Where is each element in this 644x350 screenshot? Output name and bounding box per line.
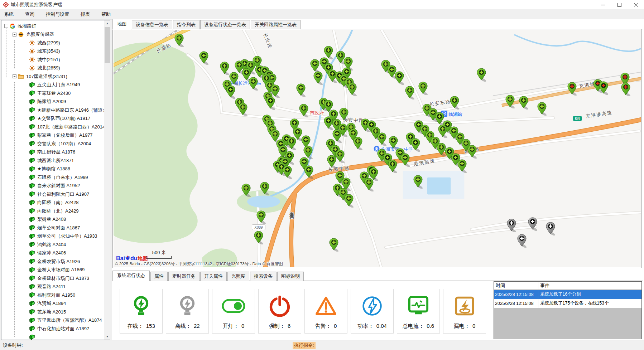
tree-item-1-13[interactable]: 社会福利院大门口 A1907 [28, 190, 104, 199]
tree-item-1-4[interactable]: ★交警队西(107南) A1917 [28, 115, 104, 123]
event-row-1[interactable]: 2025/3/28 12:15:08系统加载了175个设备，在线153个 [494, 299, 641, 308]
tree-group-1[interactable]: 107国道沿线(31/31) [13, 72, 104, 81]
device-marker-green[interactable] [364, 178, 374, 191]
maximize-button[interactable] [611, 0, 628, 9]
device-marker-green[interactable] [254, 231, 264, 244]
tree-item-1-30[interactable] [28, 333, 104, 340]
tree-item-1-22[interactable]: 金桥大市场对面 A1869 [28, 266, 104, 274]
device-marker-green[interactable] [353, 137, 363, 150]
map-tab-3[interactable]: 设备运行状态一览表 [200, 20, 250, 29]
tree-item-1-15[interactable]: 向阳桥（北）A2429 [28, 207, 104, 215]
device-marker-green[interactable] [519, 96, 529, 110]
menu-item-2[interactable]: 控制与设置 [42, 10, 73, 19]
tree-item-1-27[interactable]: 芭茅塘 A2015 [28, 308, 104, 316]
bottom-tab-2[interactable]: 定时器任务 [168, 272, 200, 281]
tree-item-1-21[interactable]: 金桥农贸市场 A1926 [28, 257, 104, 266]
device-marker-green[interactable] [282, 165, 292, 179]
tree-item-1-8[interactable]: 南正街转盘 A1876 [28, 148, 104, 157]
device-marker-gray[interactable] [528, 217, 538, 231]
tree-item-1-9[interactable]: 城西派出所A1871 [28, 156, 104, 165]
tree-item-1-12[interactable]: 自来水斜对面 A1952 [28, 182, 104, 190]
device-marker-green[interactable] [457, 159, 467, 173]
device-marker-green[interactable] [260, 182, 270, 195]
tree-item-1-18[interactable]: 烟草公司（求知中学）A1933 [28, 232, 104, 241]
device-marker-green[interactable] [476, 68, 486, 82]
tree-item-1-16[interactable]: 梨树巷 A2408 [28, 215, 104, 224]
bottom-tab-3[interactable]: 开关属性 [200, 272, 227, 281]
device-marker-green[interactable] [256, 210, 266, 224]
device-marker-gray[interactable] [546, 222, 556, 235]
map-tab-0[interactable]: 地图 [112, 19, 131, 30]
tree-item-0-3[interactable]: 城北(2859) [28, 64, 104, 73]
device-marker-green[interactable] [238, 103, 248, 116]
device-marker-green[interactable] [388, 160, 398, 173]
device-marker-green[interactable] [220, 62, 230, 75]
device-marker-green[interactable] [299, 104, 309, 117]
device-marker-green[interactable] [537, 102, 547, 116]
device-marker-gray[interactable] [506, 219, 516, 232]
device-marker-green[interactable] [304, 165, 314, 179]
device-marker-green[interactable] [265, 96, 275, 110]
device-marker-green[interactable] [347, 83, 357, 96]
column-time[interactable]: 时间 [494, 282, 538, 290]
tree-item-1-17[interactable]: 烟草公司对面 A1867 [28, 224, 104, 232]
bottom-tab-5[interactable]: 搜索设备 [250, 272, 277, 281]
device-marker-green[interactable] [505, 95, 515, 108]
menu-item-0[interactable]: 系统 [0, 10, 18, 19]
map-tab-2[interactable]: 指令列表 [173, 20, 200, 29]
device-marker-green[interactable] [248, 77, 258, 91]
scrollbar-thumb[interactable] [105, 27, 110, 63]
tree-item-1-28[interactable]: 五里派出所（富源汽配）A1874 [28, 316, 104, 325]
tree-item-1-7[interactable]: 交警队东（107南）A2004 [28, 140, 104, 148]
device-marker-green[interactable] [467, 145, 477, 159]
device-marker-green[interactable] [199, 51, 209, 65]
tree-item-1-6[interactable]: 彭家巷（党校后面）A1977 [28, 131, 104, 140]
device-marker-red[interactable] [599, 81, 609, 95]
bottom-tab-1[interactable]: 属性 [150, 272, 168, 281]
sidebar-scrollbar[interactable]: ▲ ▼ [104, 20, 110, 340]
tree-item-1-29[interactable]: 中石化加油站对面 A1897 [28, 325, 104, 333]
bottom-tab-6[interactable]: 图标说明 [277, 272, 304, 281]
tree-item-1-23[interactable]: 金桥建材市场门口 A1873 [28, 274, 104, 283]
minimize-button[interactable] [595, 0, 611, 9]
tree-expand-icon[interactable] [4, 24, 8, 28]
bottom-tab-0[interactable]: 系统运行状态 [112, 271, 150, 281]
bottom-tab-4[interactable]: 光照度 [227, 272, 249, 281]
scrollbar-down-icon[interactable]: ▼ [104, 334, 110, 340]
device-marker-green[interactable] [241, 184, 251, 197]
tree-item-1-1[interactable]: 王家珑巷 A2430 [28, 89, 104, 98]
tree-item-1-2[interactable]: 陈家组 A2009 [28, 98, 104, 106]
device-marker-green[interactable] [388, 136, 398, 150]
device-marker-green[interactable] [226, 85, 236, 99]
device-marker-green[interactable] [400, 153, 410, 167]
scrollbar-up-icon[interactable]: ▲ [104, 20, 110, 26]
tree-expand-icon[interactable] [13, 33, 16, 37]
device-marker-green[interactable] [394, 71, 404, 85]
device-marker-green[interactable] [287, 137, 297, 150]
menu-item-3[interactable]: 报表 [76, 10, 94, 19]
tree-item-1-11[interactable]: 石咀桥（自来水）A1999 [28, 173, 104, 182]
device-marker-green[interactable] [329, 238, 339, 252]
device-marker-green[interactable] [313, 71, 323, 85]
device-marker-gray[interactable] [517, 234, 527, 248]
device-marker-green[interactable] [438, 125, 448, 138]
map-tab-4[interactable]: 开关回路属性一览表 [251, 20, 301, 29]
tree-group-0[interactable]: 光照度传感器 [13, 30, 104, 39]
device-marker-green[interactable] [410, 138, 420, 152]
tree-root[interactable]: 临湘路灯 [4, 22, 104, 30]
tree-item-1-20[interactable]: 谭家冲 A2406 [28, 249, 104, 258]
close-button[interactable] [628, 0, 644, 9]
tree-item-1-19[interactable]: 鸿鹤路 A2404 [28, 240, 104, 249]
device-marker-green[interactable] [413, 175, 423, 189]
device-marker-green[interactable] [174, 34, 184, 47]
device-marker-green[interactable] [310, 59, 320, 73]
tree-item-1-5[interactable]: 107北（建新中路路口西）A2014 [28, 123, 104, 131]
device-marker-green[interactable] [377, 132, 387, 146]
tree-item-0-2[interactable]: 城中(2151) [28, 55, 104, 64]
device-marker-green[interactable] [327, 155, 337, 169]
tree-item-0-1[interactable]: 城东(3543) [28, 47, 104, 56]
device-marker-green[interactable] [344, 194, 354, 208]
map-tab-1[interactable]: 设备信息一览表 [132, 20, 172, 29]
device-marker-red[interactable] [567, 82, 577, 96]
event-row-0[interactable]: 2025/3/28 12:15:08系统加载了16个分组 [494, 290, 641, 299]
